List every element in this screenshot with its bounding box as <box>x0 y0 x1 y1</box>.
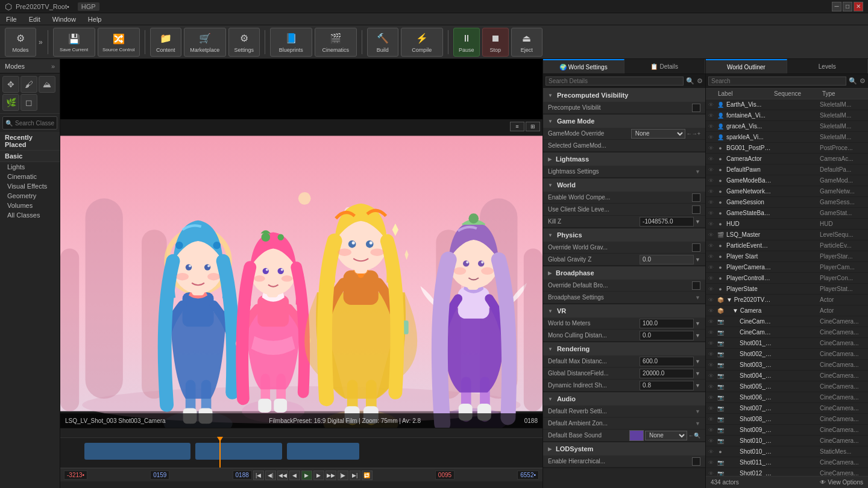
gamemode-header[interactable]: ▼ Game Mode <box>543 114 705 128</box>
visibility-icon[interactable]: 👁 <box>706 264 715 271</box>
modes-expand-icon[interactable]: » <box>51 63 55 70</box>
menu-edit[interactable]: Edit <box>27 15 43 23</box>
audio-header[interactable]: ▼ Audio <box>543 392 705 405</box>
mode-paint[interactable]: 🖌 <box>20 76 37 93</box>
right-panel-scroll[interactable]: ▼ Precomputed Visibility Precompute Visi… <box>543 89 705 488</box>
visibility-icon[interactable]: 👁 <box>706 384 715 390</box>
maximize-button[interactable]: □ <box>843 2 852 11</box>
mode-landscape[interactable]: ⛰ <box>39 76 55 93</box>
minimize-button[interactable]: ─ <box>832 2 841 11</box>
table-row[interactable]: 👁●HUDHUD <box>706 219 868 230</box>
visibility-icon[interactable]: 👁 <box>706 340 715 346</box>
lights-item[interactable]: Lights <box>0 162 60 172</box>
marketplace-button[interactable]: 🛒 Marketplace <box>184 28 226 57</box>
volumes-item[interactable]: Volumes <box>0 201 60 210</box>
blueprints-button[interactable]: 📘 Blueprints <box>270 28 312 57</box>
toolbar-expand[interactable]: » <box>39 38 43 46</box>
global-df-input[interactable] <box>640 369 694 378</box>
table-row[interactable]: 👁📷Shot002_C...CineCamera... <box>706 349 868 360</box>
table-row[interactable]: 👁●DefaultPawnDefaultPa... <box>706 164 868 175</box>
visibility-icon[interactable]: 👁 <box>706 471 715 477</box>
default-base-sound-select[interactable]: None <box>645 431 687 440</box>
visibility-icon[interactable]: 👁 <box>706 351 715 357</box>
killz-input[interactable] <box>640 217 694 227</box>
timeline-scrubber[interactable] <box>219 438 221 468</box>
source-control-button[interactable]: 🔀 Source Control <box>98 28 140 57</box>
visibility-icon[interactable]: 👁 <box>706 308 715 314</box>
table-row[interactable]: 👁●PlayerControlle...PlayerCon... <box>706 273 868 284</box>
tab-details[interactable]: 📋 Details <box>624 59 706 74</box>
visibility-icon[interactable]: 👁 <box>706 362 715 368</box>
mono-culling-input[interactable] <box>640 331 694 340</box>
prev-key-button[interactable]: ◀| <box>265 471 276 480</box>
table-row[interactable]: 👁●ParticleEventMa...ParticleEv... <box>706 240 868 251</box>
table-row[interactable]: 👁👤fontaineA_Vi...SkeletalM... <box>706 110 868 121</box>
go-end-button[interactable]: ▶| <box>350 471 360 480</box>
dynamic-indirect-input[interactable] <box>640 381 694 390</box>
rendering-header[interactable]: ▼ Rendering <box>543 342 705 355</box>
stop-button[interactable]: ⏹ Stop <box>482 28 509 57</box>
override-gravity-checkbox[interactable] <box>692 243 700 252</box>
override-broadphase-checkbox[interactable] <box>692 281 700 290</box>
global-gravity-input[interactable] <box>640 255 694 264</box>
visibility-icon[interactable]: 👁 <box>706 319 715 325</box>
broadphase-header[interactable]: ▶ Broadphase <box>543 266 705 280</box>
table-row[interactable]: 👁📷Shot006_C...CineCamera... <box>706 392 868 403</box>
table-row[interactable]: 👁📷Shot009_C...CineCamera... <box>706 425 868 436</box>
visibility-icon[interactable]: 👁 <box>706 156 715 162</box>
table-row[interactable]: 👁📦▼ Pre2020TV_Sce...Actor <box>706 295 868 305</box>
physics-header[interactable]: ▼ Physics <box>543 228 705 242</box>
prev-frame-button[interactable]: ◀◀ <box>277 471 288 480</box>
timeline-track[interactable] <box>60 438 542 468</box>
table-row[interactable]: 👁📷Shot010_C...CineCamera... <box>706 436 868 446</box>
visibility-icon[interactable]: 👁 <box>706 286 715 292</box>
recently-placed-section[interactable]: Recently Placed <box>0 132 60 151</box>
table-row[interactable]: 👁👤sparkleA_Vi...SkeletalM... <box>706 132 868 143</box>
settings-button[interactable]: ⚙ Settings <box>228 28 260 57</box>
mode-geometry[interactable]: ◻ <box>20 94 37 111</box>
table-row[interactable]: 👁●Player StartPlayerStar... <box>706 251 868 262</box>
table-row[interactable]: 👁📷Shot005_C...CineCamera... <box>706 381 868 392</box>
menu-file[interactable]: File <box>4 15 19 23</box>
visibility-icon[interactable]: 👁 <box>706 395 715 401</box>
table-row[interactable]: 👁📷CineCamer...CineCamera... <box>706 327 868 338</box>
visibility-icon[interactable]: 👁 <box>706 460 715 466</box>
table-row[interactable]: 👁●GameSessionGameSess... <box>706 197 868 208</box>
visibility-icon[interactable]: 👁 <box>706 449 715 455</box>
visibility-icon[interactable]: 👁 <box>706 124 715 130</box>
visibility-icon[interactable]: 👁 <box>706 210 715 216</box>
search-classes-input[interactable] <box>15 120 54 127</box>
pause-button[interactable]: ⏸ Pause <box>453 28 480 57</box>
visibility-icon[interactable]: 👁 <box>706 232 715 238</box>
visibility-icon[interactable]: 👁 <box>706 438 715 444</box>
cinematics-button[interactable]: 🎬 Cinematics <box>315 28 357 57</box>
next-key-button[interactable]: |▶ <box>338 471 348 480</box>
visibility-icon[interactable]: 👁 <box>706 330 715 336</box>
play-button[interactable]: ▶ <box>301 471 312 480</box>
table-row[interactable]: 👁👤graceA_Vis...SkeletalM... <box>706 121 868 132</box>
table-row[interactable]: 👁📷Shot008_C...CineCamera... <box>706 414 868 425</box>
view-options[interactable]: 👁 View Options <box>820 479 863 486</box>
prev-button[interactable]: ◀ <box>289 471 300 480</box>
all-classes-item[interactable]: All Classes <box>0 210 60 220</box>
visibility-icon[interactable]: 👁 <box>706 134 715 140</box>
mode-foliage[interactable]: 🌿 <box>2 94 19 111</box>
next-frame-button[interactable]: ▶▶ <box>326 471 336 480</box>
visibility-icon[interactable]: 👁 <box>706 243 715 249</box>
table-row[interactable]: 👁📷Shot001_C...CineCamera... <box>706 338 868 349</box>
outliner-options-icon[interactable]: ⚙ <box>860 77 866 85</box>
table-row[interactable]: 👁📷Shot007_C...CineCamera... <box>706 403 868 414</box>
table-row[interactable]: 👁📷Shot011_C...CineCamera... <box>706 457 868 468</box>
vr-header[interactable]: ▼ VR <box>543 304 705 318</box>
table-row[interactable]: 👁●Shot010_C...StaticMes... <box>706 446 868 457</box>
mode-select[interactable]: ✥ <box>2 76 19 93</box>
compile-button[interactable]: ⚡ Compile <box>401 28 443 57</box>
geometry-item[interactable]: Geometry <box>0 191 60 201</box>
world-header[interactable]: ▼ World <box>543 178 705 192</box>
menu-help[interactable]: Help <box>86 15 104 23</box>
visibility-icon[interactable]: 👁 <box>706 178 715 184</box>
visibility-icon[interactable]: 👁 <box>706 167 715 173</box>
visibility-icon[interactable]: 👁 <box>706 427 715 433</box>
eject-button[interactable]: ⏏ Eject <box>511 28 542 57</box>
visibility-icon[interactable]: 👁 <box>706 416 715 422</box>
